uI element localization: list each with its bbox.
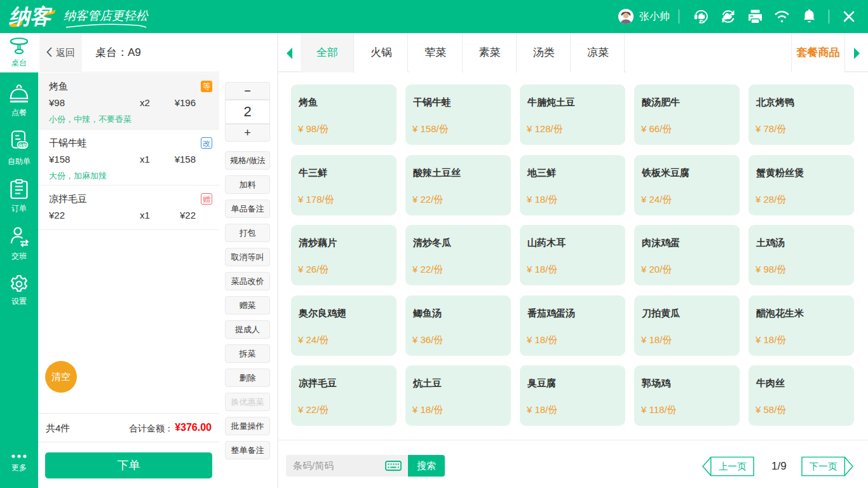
svg-text:纳客: 纳客 <box>9 4 53 28</box>
svg-text:上一页: 上一页 <box>719 461 747 471</box>
svg-text:下一页: 下一页 <box>810 461 837 471</box>
svg-text:自助: 自助 <box>18 143 27 148</box>
